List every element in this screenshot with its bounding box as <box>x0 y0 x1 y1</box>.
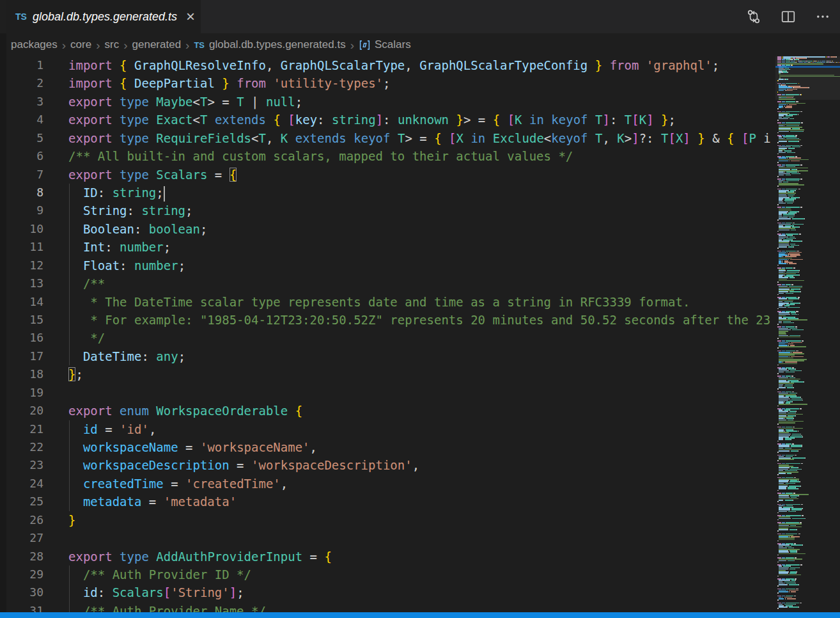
minimap-line <box>777 490 840 491</box>
code-line[interactable]: 5export type RequireFields<T, K extends … <box>0 129 840 148</box>
code-line[interactable]: 19 <box>0 384 840 402</box>
line-number[interactable]: 13 <box>0 274 43 292</box>
code-line[interactable]: 18}; <box>0 365 840 384</box>
code-line[interactable]: 27 <box>0 529 840 548</box>
code-line[interactable]: 15 * For example: "1985-04-12T23:20:50.5… <box>0 311 840 329</box>
minimap-line <box>777 474 840 475</box>
line-number[interactable]: 27 <box>0 529 43 547</box>
breadcrumb-item-generated[interactable]: generated <box>132 38 182 51</box>
line-number[interactable]: 9 <box>0 202 43 219</box>
code-line[interactable]: 13 /** <box>0 274 840 293</box>
code-line[interactable]: 11 Int: number; <box>0 238 840 257</box>
code-line-content: export enum WorkspaceOrderable { <box>68 402 302 420</box>
breadcrumb-item-file[interactable]: global.db.types.generated.ts <box>209 38 346 51</box>
code-line[interactable]: 6/** All built-in and custom scalars, ma… <box>0 147 840 166</box>
editor-actions <box>745 0 831 33</box>
code-line[interactable]: 23 workspaceDescription = 'workspaceDesc… <box>0 456 840 475</box>
code-line[interactable]: 14 * The DateTime scalar type represents… <box>0 293 840 312</box>
line-number[interactable]: 24 <box>0 475 43 493</box>
code-line[interactable]: 29 /** Auth Provider ID */ <box>0 566 840 584</box>
minimap-line <box>777 186 840 187</box>
tab-bar: TS global.db.types.generated.ts × <box>0 0 840 33</box>
line-number[interactable]: 15 <box>0 311 43 329</box>
code-line-content: /** <box>68 274 105 292</box>
line-number[interactable]: 22 <box>0 438 43 456</box>
breadcrumb-item-symbol[interactable]: Scalars <box>375 38 411 51</box>
line-number[interactable]: 17 <box>0 347 43 365</box>
line-number[interactable]: 4 <box>0 111 43 129</box>
close-tab-icon[interactable]: × <box>186 10 195 23</box>
code-line[interactable]: 31 /** Auth Provider Name */ <box>0 602 840 612</box>
code-line[interactable]: 2import { DeepPartial } from 'utility-ty… <box>0 74 840 93</box>
line-number[interactable]: 12 <box>0 257 43 274</box>
vscode-window: TS global.db.types.generated.ts × <box>0 0 840 618</box>
line-number[interactable]: 5 <box>0 129 43 147</box>
code-line[interactable]: 3export type Maybe<T> = T | null; <box>0 93 840 111</box>
code-line[interactable]: 1import { GraphQLResolveInfo, GraphQLSca… <box>0 56 840 75</box>
code-line-content: export type Maybe<T> = T | null; <box>68 93 302 111</box>
minimap-line <box>777 108 840 109</box>
code-line[interactable]: 22 workspaceName = 'workspaceName', <box>0 438 840 457</box>
code-line[interactable]: 9 String: string; <box>0 202 840 220</box>
line-number[interactable]: 21 <box>0 420 43 438</box>
line-number[interactable]: 31 <box>0 602 43 612</box>
more-actions-icon[interactable] <box>814 8 831 25</box>
minimap-line <box>777 308 840 310</box>
code-line[interactable]: 20export enum WorkspaceOrderable { <box>0 402 840 420</box>
code-line[interactable]: 26} <box>0 511 840 530</box>
line-number[interactable]: 7 <box>0 166 43 184</box>
line-number[interactable]: 18 <box>0 365 43 383</box>
line-number[interactable]: 23 <box>0 456 43 474</box>
code-line[interactable]: 4export type Exact<T extends { [key: str… <box>0 111 840 129</box>
code-line[interactable]: 30 id: Scalars['String']; <box>0 583 840 602</box>
line-number[interactable]: 3 <box>0 93 43 111</box>
line-number[interactable]: 1 <box>0 56 43 74</box>
minimap-line <box>777 176 840 177</box>
code-line-content: export type Exact<T extends { [key: stri… <box>68 111 676 129</box>
line-number[interactable]: 14 <box>0 293 43 311</box>
code-line[interactable]: 16 */ <box>0 329 840 347</box>
line-number[interactable]: 16 <box>0 329 43 347</box>
chevron-right-icon: › <box>346 39 359 51</box>
symbol-type-icon <box>359 39 371 51</box>
breadcrumb: packages › core › src › generated › TS g… <box>0 33 840 56</box>
line-number[interactable]: 28 <box>0 548 43 566</box>
line-number[interactable]: 25 <box>0 493 43 511</box>
code-line-content: }; <box>68 365 83 383</box>
code-line[interactable]: 12 Float: number; <box>0 257 840 275</box>
minimap-line <box>777 373 840 374</box>
code-line-content: export type AddAuthProviderInput = { <box>68 548 332 566</box>
code-line[interactable]: 8 ID: string; <box>0 184 840 202</box>
minimap-line <box>777 338 840 339</box>
minimap-line <box>777 562 840 563</box>
line-number[interactable]: 29 <box>0 566 43 583</box>
line-number[interactable]: 2 <box>0 74 43 92</box>
breadcrumb-item-core[interactable]: core <box>70 38 91 51</box>
split-editor-icon[interactable] <box>780 8 797 25</box>
line-number[interactable]: 10 <box>0 220 43 238</box>
code-line[interactable]: 21 id = 'id', <box>0 420 840 439</box>
minimap-line <box>777 154 840 155</box>
open-changes-icon[interactable] <box>745 8 762 25</box>
code-line[interactable]: 25 metadata = 'metadata' <box>0 493 840 511</box>
code-line[interactable]: 17 DateTime: any; <box>0 347 840 366</box>
code-line[interactable]: 7export type Scalars = { <box>0 166 840 184</box>
line-number[interactable]: 26 <box>0 511 43 529</box>
minimap[interactable] <box>775 56 840 612</box>
code-line[interactable]: 28export type AddAuthProviderInput = { <box>0 548 840 566</box>
minimap-line <box>777 219 840 221</box>
line-number[interactable]: 11 <box>0 238 43 256</box>
minimap-line <box>777 294 840 296</box>
line-number[interactable]: 19 <box>0 384 43 402</box>
tab-global-db-types[interactable]: TS global.db.types.generated.ts × <box>6 0 201 33</box>
line-number[interactable]: 30 <box>0 583 43 601</box>
line-number[interactable]: 8 <box>0 184 43 202</box>
line-number[interactable]: 6 <box>0 147 43 165</box>
breadcrumb-item-src[interactable]: src <box>105 38 120 51</box>
code-editor[interactable]: 1import { GraphQLResolveInfo, GraphQLSca… <box>0 56 840 612</box>
minimap-viewport[interactable] <box>775 56 840 100</box>
breadcrumb-item-packages[interactable]: packages <box>11 38 58 51</box>
code-line[interactable]: 24 createdTime = 'createdTime', <box>0 475 840 493</box>
line-number[interactable]: 20 <box>0 402 43 420</box>
code-line[interactable]: 10 Boolean: boolean; <box>0 220 840 239</box>
